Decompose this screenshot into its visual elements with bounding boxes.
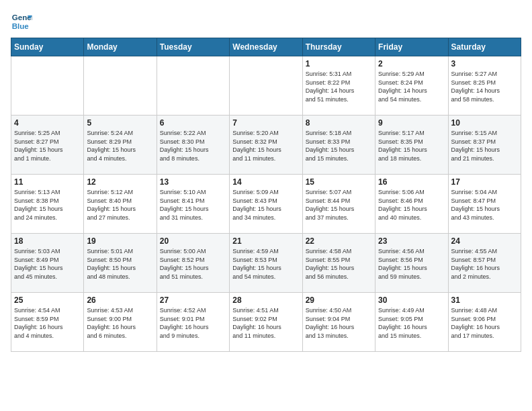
day-cell: 27Sunrise: 4:52 AM Sunset: 9:01 PM Dayli… [157,293,229,352]
day-detail: Sunrise: 4:49 AM Sunset: 9:05 PM Dayligh… [378,306,445,340]
day-detail: Sunrise: 5:22 AM Sunset: 8:30 PM Dayligh… [160,129,226,163]
header-friday: Friday [375,38,448,56]
day-number: 3 [451,59,518,68]
day-detail: Sunrise: 5:25 AM Sunset: 8:27 PM Dayligh… [14,129,81,163]
day-number: 20 [160,236,226,246]
week-row-2: 4Sunrise: 5:25 AM Sunset: 8:27 PM Daylig… [11,116,521,175]
day-cell: 22Sunrise: 4:58 AM Sunset: 8:55 PM Dayli… [302,234,375,293]
day-number: 18 [14,236,81,246]
day-detail: Sunrise: 5:29 AM Sunset: 8:24 PM Dayligh… [378,70,445,103]
day-cell: 5Sunrise: 5:24 AM Sunset: 8:29 PM Daylig… [84,116,157,175]
day-detail: Sunrise: 4:52 AM Sunset: 9:01 PM Dayligh… [160,306,226,340]
day-number: 28 [232,295,299,305]
day-cell: 17Sunrise: 5:04 AM Sunset: 8:47 PM Dayli… [448,175,521,234]
day-detail: Sunrise: 5:24 AM Sunset: 8:29 PM Dayligh… [87,129,153,163]
day-detail: Sunrise: 4:56 AM Sunset: 8:56 PM Dayligh… [378,247,445,281]
day-detail: Sunrise: 5:07 AM Sunset: 8:44 PM Dayligh… [306,188,372,222]
day-detail: Sunrise: 5:01 AM Sunset: 8:50 PM Dayligh… [87,247,153,281]
day-detail: Sunrise: 4:58 AM Sunset: 8:55 PM Dayligh… [306,247,372,281]
day-number: 24 [451,236,518,246]
day-cell: 12Sunrise: 5:12 AM Sunset: 8:40 PM Dayli… [84,175,157,234]
day-detail: Sunrise: 5:20 AM Sunset: 8:32 PM Dayligh… [232,129,299,163]
day-cell: 14Sunrise: 5:09 AM Sunset: 8:43 PM Dayli… [230,175,302,234]
day-detail: Sunrise: 4:50 AM Sunset: 9:04 PM Dayligh… [306,306,372,340]
day-number: 26 [87,295,153,305]
day-number: 31 [451,295,518,305]
day-detail: Sunrise: 5:10 AM Sunset: 8:41 PM Dayligh… [160,188,226,222]
week-row-5: 25Sunrise: 4:54 AM Sunset: 8:59 PM Dayli… [11,293,521,352]
day-cell [157,56,229,116]
day-number: 15 [306,177,372,187]
day-number: 8 [306,118,372,128]
day-detail: Sunrise: 5:03 AM Sunset: 8:49 PM Dayligh… [14,247,81,281]
day-detail: Sunrise: 5:12 AM Sunset: 8:40 PM Dayligh… [87,188,153,222]
day-number: 17 [451,177,518,187]
day-detail: Sunrise: 5:13 AM Sunset: 8:38 PM Dayligh… [14,188,81,222]
header-thursday: Thursday [302,38,375,56]
header-monday: Monday [84,38,157,56]
day-cell: 16Sunrise: 5:06 AM Sunset: 8:46 PM Dayli… [375,175,448,234]
day-number: 22 [306,236,372,246]
logo-icon: General Blue [11,11,32,32]
day-number: 13 [160,177,226,187]
day-cell: 13Sunrise: 5:10 AM Sunset: 8:41 PM Dayli… [157,175,229,234]
day-number: 12 [87,177,153,187]
day-detail: Sunrise: 5:09 AM Sunset: 8:43 PM Dayligh… [232,188,299,222]
day-number: 9 [378,118,445,128]
day-number: 10 [451,118,518,128]
day-number: 1 [306,59,372,68]
day-cell [230,56,302,116]
day-cell: 31Sunrise: 4:48 AM Sunset: 9:06 PM Dayli… [448,293,521,352]
day-detail: Sunrise: 4:48 AM Sunset: 9:06 PM Dayligh… [451,306,518,340]
day-cell: 21Sunrise: 4:59 AM Sunset: 8:53 PM Dayli… [230,234,302,293]
day-number: 11 [14,177,81,187]
day-detail: Sunrise: 5:18 AM Sunset: 8:33 PM Dayligh… [306,129,372,163]
day-cell: 26Sunrise: 4:53 AM Sunset: 9:00 PM Dayli… [84,293,157,352]
day-cell: 2Sunrise: 5:29 AM Sunset: 8:24 PM Daylig… [375,56,448,116]
day-number: 7 [232,118,299,128]
day-cell: 18Sunrise: 5:03 AM Sunset: 8:49 PM Dayli… [11,234,84,293]
day-cell: 8Sunrise: 5:18 AM Sunset: 8:33 PM Daylig… [302,116,375,175]
day-detail: Sunrise: 5:31 AM Sunset: 8:22 PM Dayligh… [306,70,372,103]
day-cell: 10Sunrise: 5:15 AM Sunset: 8:37 PM Dayli… [448,116,521,175]
day-detail: Sunrise: 5:04 AM Sunset: 8:47 PM Dayligh… [451,188,518,222]
header-saturday: Saturday [448,38,521,56]
day-cell: 4Sunrise: 5:25 AM Sunset: 8:27 PM Daylig… [11,116,84,175]
day-number: 29 [306,295,372,305]
day-cell: 3Sunrise: 5:27 AM Sunset: 8:25 PM Daylig… [448,56,521,116]
day-detail: Sunrise: 5:06 AM Sunset: 8:46 PM Dayligh… [378,188,445,222]
day-number: 30 [378,295,445,305]
header-tuesday: Tuesday [157,38,229,56]
header-wednesday: Wednesday [230,38,302,56]
day-number: 14 [232,177,299,187]
day-detail: Sunrise: 4:59 AM Sunset: 8:53 PM Dayligh… [232,247,299,281]
day-number: 21 [232,236,299,246]
day-number: 2 [378,59,445,68]
week-row-1: 1Sunrise: 5:31 AM Sunset: 8:22 PM Daylig… [11,56,521,116]
day-cell [84,56,157,116]
day-number: 25 [14,295,81,305]
day-cell: 30Sunrise: 4:49 AM Sunset: 9:05 PM Dayli… [375,293,448,352]
day-detail: Sunrise: 4:55 AM Sunset: 8:57 PM Dayligh… [451,247,518,281]
day-cell: 24Sunrise: 4:55 AM Sunset: 8:57 PM Dayli… [448,234,521,293]
day-cell: 19Sunrise: 5:01 AM Sunset: 8:50 PM Dayli… [84,234,157,293]
day-cell: 9Sunrise: 5:17 AM Sunset: 8:35 PM Daylig… [375,116,448,175]
day-number: 19 [87,236,153,246]
day-number: 5 [87,118,153,128]
day-number: 16 [378,177,445,187]
day-detail: Sunrise: 5:27 AM Sunset: 8:25 PM Dayligh… [451,70,518,103]
week-row-3: 11Sunrise: 5:13 AM Sunset: 8:38 PM Dayli… [11,175,521,234]
calendar-table: SundayMondayTuesdayWednesdayThursdayFrid… [11,38,521,352]
day-cell: 7Sunrise: 5:20 AM Sunset: 8:32 PM Daylig… [230,116,302,175]
logo: General Blue [11,11,32,32]
day-detail: Sunrise: 5:00 AM Sunset: 8:52 PM Dayligh… [160,247,226,281]
page-header: General Blue [11,11,521,32]
day-cell: 15Sunrise: 5:07 AM Sunset: 8:44 PM Dayli… [302,175,375,234]
day-number: 27 [160,295,226,305]
day-cell [11,56,84,116]
day-detail: Sunrise: 4:51 AM Sunset: 9:02 PM Dayligh… [232,306,299,340]
day-number: 23 [378,236,445,246]
svg-text:Blue: Blue [12,22,30,30]
day-detail: Sunrise: 4:53 AM Sunset: 9:00 PM Dayligh… [87,306,153,340]
week-row-4: 18Sunrise: 5:03 AM Sunset: 8:49 PM Dayli… [11,234,521,293]
